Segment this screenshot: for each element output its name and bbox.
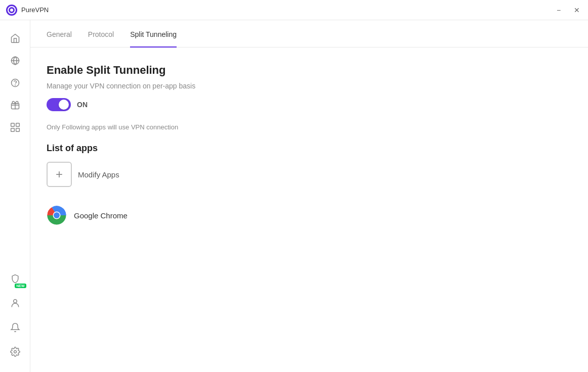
minimize-button[interactable]: − — [554, 5, 564, 15]
account-icon — [10, 298, 20, 308]
help-icon — [10, 78, 20, 88]
svg-point-4 — [11, 79, 19, 87]
titlebar: PureVPN − ✕ — [0, 0, 588, 20]
sidebar-item-notifications[interactable] — [5, 317, 25, 338]
content-area: Enable Split Tunneling Manage your VPN c… — [30, 48, 588, 246]
toggle-row: ON — [47, 98, 572, 111]
gift-icon — [10, 100, 20, 110]
tabs-bar: General Protocol Split Tunneling — [30, 20, 588, 48]
toggle-state-label: ON — [77, 101, 88, 109]
svg-point-16 — [54, 212, 60, 218]
modify-apps-label: Modify Apps — [78, 170, 119, 179]
app-logo — [6, 5, 17, 16]
app-container: General Protocol Split Tunneling Enable … — [0, 20, 588, 372]
bell-icon — [10, 322, 20, 333]
sidebar-item-help[interactable] — [5, 73, 25, 93]
extension-icon — [10, 122, 20, 132]
sidebar — [0, 20, 30, 372]
list-item: Google Chrome — [47, 201, 572, 229]
svg-rect-9 — [16, 123, 19, 127]
tab-split-tunneling[interactable]: Split Tunneling — [130, 20, 177, 48]
close-button[interactable]: ✕ — [572, 5, 582, 15]
sidebar-item-account[interactable] — [5, 293, 25, 313]
vpn-note: Only Following apps will use VPN connect… — [47, 123, 572, 131]
tab-protocol[interactable]: Protocol — [88, 20, 114, 48]
split-tunneling-toggle[interactable] — [47, 98, 71, 111]
globe-icon — [10, 56, 20, 66]
window-controls: − ✕ — [554, 5, 582, 15]
section-subtitle: Manage your VPN connection on per-app ba… — [47, 82, 572, 90]
svg-point-12 — [13, 300, 17, 303]
app-name: Google Chrome — [74, 211, 128, 220]
sidebar-item-home[interactable] — [5, 28, 25, 49]
main-content: General Protocol Split Tunneling Enable … — [30, 20, 588, 372]
svg-point-13 — [14, 351, 16, 353]
sidebar-item-gift[interactable] — [5, 95, 25, 115]
svg-rect-11 — [16, 128, 19, 132]
home-icon — [10, 33, 20, 43]
settings-icon — [10, 347, 20, 357]
modify-apps-button[interactable]: + Modify Apps — [47, 162, 572, 187]
svg-point-2 — [10, 9, 13, 12]
chrome-app-icon — [47, 205, 67, 225]
tab-general[interactable]: General — [47, 20, 72, 48]
modify-apps-icon: + — [47, 162, 72, 187]
app-title: PureVPN — [21, 6, 554, 14]
sidebar-item-new-feature[interactable] — [5, 269, 25, 289]
sidebar-item-globe[interactable] — [5, 51, 25, 71]
sidebar-bottom — [5, 269, 25, 364]
sidebar-item-settings[interactable] — [5, 342, 25, 362]
sidebar-item-extension[interactable] — [5, 117, 25, 137]
section-heading: Enable Split Tunneling — [47, 64, 572, 77]
svg-rect-10 — [11, 128, 14, 132]
list-title: List of apps — [47, 143, 572, 154]
svg-rect-8 — [11, 123, 14, 127]
shield-new-icon — [10, 274, 20, 284]
